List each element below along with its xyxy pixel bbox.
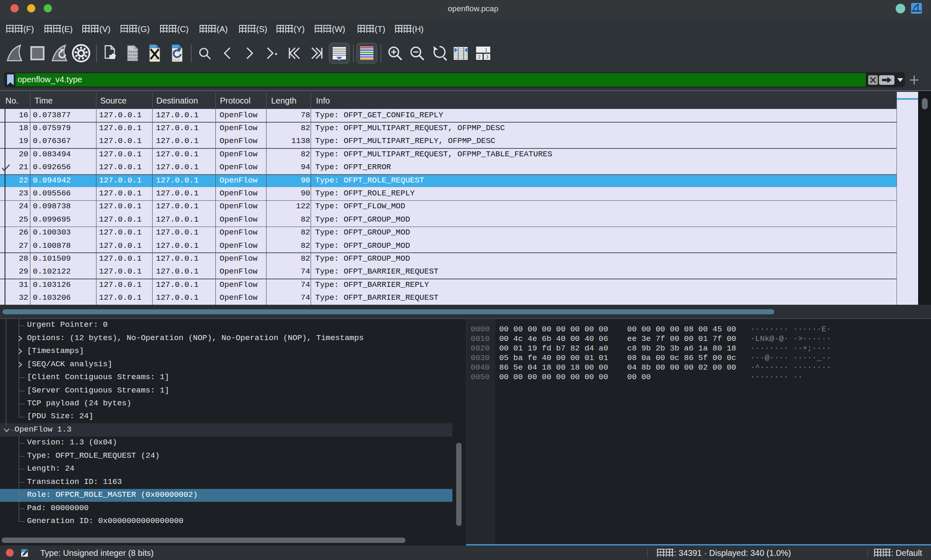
svg-text:1: 1 <box>485 47 487 52</box>
svg-text:01110: 01110 <box>128 57 138 60</box>
svg-text:01101: 01101 <box>128 54 138 57</box>
svg-text:2: 2 <box>478 54 481 59</box>
svg-text:01010: 01010 <box>128 50 138 54</box>
svg-text:3: 3 <box>486 54 489 59</box>
svg-text:0110: 0110 <box>173 58 180 62</box>
